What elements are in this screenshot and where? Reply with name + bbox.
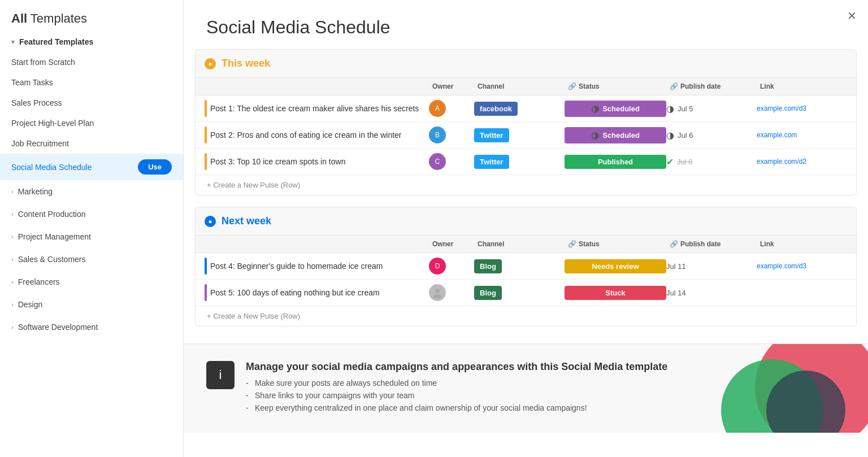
- date-post4: Jul 11: [666, 262, 757, 271]
- sidebar-category-freelancers[interactable]: › Freelancers: [0, 271, 183, 293]
- status-pill-post1: ◑ Scheduled: [565, 101, 666, 117]
- sidebar-category-marketing[interactable]: › Marketing: [0, 180, 183, 203]
- design-chevron-icon: ›: [11, 301, 14, 308]
- this-week-label: This week: [222, 58, 270, 69]
- publish-link-icon-1: 🔗: [670, 82, 678, 90]
- avatar-empty-icon: [432, 287, 443, 298]
- add-row-this-week[interactable]: + Create a New Pulse (Row): [196, 175, 856, 195]
- half-circle-icon-2: ◑: [591, 130, 599, 141]
- stripe-post1: [205, 100, 207, 117]
- link-post1[interactable]: example.com/d3: [757, 105, 847, 112]
- sidebar-item-project-high[interactable]: Project High-Level Plan: [0, 113, 183, 133]
- th-owner-2: Owner: [429, 236, 474, 253]
- sidebar-item-team-tasks[interactable]: Team Tasks: [0, 72, 183, 93]
- close-button[interactable]: ✕: [847, 10, 857, 21]
- date-post2: ◑ Jul 6: [666, 130, 757, 141]
- status-post4: Needs review: [565, 259, 666, 273]
- th-channel-2: Channel: [474, 236, 565, 253]
- th-name-1: [205, 78, 429, 95]
- info-bullets: Make sure your posts are always schedule…: [246, 378, 667, 412]
- svg-point-0: [435, 289, 440, 293]
- info-bullet-3: Keep everything centralized in one place…: [246, 403, 667, 412]
- stripe-post4: [205, 258, 207, 275]
- sales-customers-chevron-icon: ›: [11, 256, 14, 263]
- featured-templates-header[interactable]: ▾ Featured Templates: [0, 32, 183, 52]
- this-week-icon: ●: [205, 58, 216, 69]
- avatar-post1: A: [429, 100, 446, 117]
- th-channel-1: Channel: [474, 78, 565, 95]
- row-name-post5: Post 5: 100 days of eating nothing but i…: [205, 280, 429, 306]
- row-name-post2: Post 2: Pros and cons of eating ice crea…: [205, 122, 429, 148]
- next-week-icon: ●: [205, 216, 216, 227]
- sidebar-title-rest: Templates: [27, 11, 87, 25]
- group-next-week-header[interactable]: ● Next week: [196, 207, 856, 235]
- schedule-container: ● This week Owner Channel 🔗 Status 🔗 Pub…: [184, 49, 868, 338]
- status-post1: ◑ Scheduled: [565, 101, 666, 117]
- th-link-2: Link: [757, 236, 847, 253]
- marketing-chevron-icon: ›: [11, 188, 14, 195]
- date-post1: ◑ Jul 5: [666, 103, 757, 114]
- date-post3: ✔ Jul 8: [666, 156, 757, 167]
- info-text: Manage your social media campaigns and a…: [246, 361, 667, 416]
- group-this-week: ● This week Owner Channel 🔗 Status 🔗 Pub…: [195, 49, 857, 195]
- next-week-table-header: Owner Channel 🔗 Status 🔗 Publish date Li…: [196, 235, 856, 253]
- sidebar-item-sales-process[interactable]: Sales Process: [0, 93, 183, 113]
- svg-point-1: [433, 294, 441, 298]
- half-icon-post1: ◑: [666, 103, 674, 114]
- info-title: Manage your social media campaigns and a…: [246, 361, 667, 373]
- sidebar-category-sales-customers[interactable]: › Sales & Customers: [0, 248, 183, 271]
- project-mgmt-chevron-icon: ›: [11, 233, 14, 240]
- channel-pill-post3: Twitter: [474, 155, 509, 169]
- link-post2[interactable]: example.com: [757, 131, 847, 139]
- channel-post4: Blog: [474, 261, 565, 271]
- info-bullet-1: Make sure your posts are always schedule…: [246, 378, 667, 388]
- status-pill-post3: Published: [565, 155, 666, 169]
- sidebar-category-design[interactable]: › Design: [0, 293, 183, 316]
- th-status-2: 🔗 Status: [565, 236, 666, 253]
- row-name-post4: Post 4: Beginner's guide to homemade ice…: [205, 253, 429, 279]
- avatar-post4: D: [429, 258, 446, 275]
- sidebar-category-project-mgmt[interactable]: › Project Management: [0, 225, 183, 248]
- channel-pill-post1: facebook: [474, 102, 518, 116]
- next-week-label: Next week: [222, 215, 271, 227]
- main-content: ✕ Social Media Schedule ● This week Owne…: [184, 0, 868, 457]
- link-post4[interactable]: example.com/d3: [757, 262, 847, 270]
- sidebar-title: All Templates: [0, 0, 183, 32]
- channel-pill-post4: Blog: [474, 259, 502, 273]
- stripe-post5: [205, 284, 207, 301]
- th-status-1: 🔗 Status: [565, 78, 666, 95]
- table-row: Post 1: The oldest ice cream maker alive…: [196, 95, 856, 122]
- add-row-next-week[interactable]: + Create a New Pulse (Row): [196, 306, 856, 326]
- th-name-2: [205, 236, 429, 253]
- date-value-post3: Jul 8: [677, 158, 692, 166]
- channel-pill-post5: Blog: [474, 286, 502, 300]
- link-post3[interactable]: example.com/d2: [757, 158, 847, 166]
- table-row: Post 2: Pros and cons of eating ice crea…: [196, 122, 856, 149]
- row-name-post1: Post 1: The oldest ice cream maker alive…: [205, 95, 429, 121]
- use-button[interactable]: Use: [138, 159, 172, 175]
- th-publish-1: 🔗 Publish date: [666, 78, 757, 95]
- info-content: i Manage your social media campaigns and…: [206, 361, 845, 416]
- status-pill-post2: ◑ Scheduled: [565, 127, 666, 143]
- channel-post1: facebook: [474, 103, 565, 114]
- channel-post5: Blog: [474, 288, 565, 298]
- page-title: Social Media Schedule: [184, 0, 868, 49]
- sidebar-item-job-recruitment[interactable]: Job Recruitment: [0, 133, 183, 154]
- status-pill-post5: Stuck: [565, 286, 666, 300]
- channel-post3: Twitter: [474, 156, 565, 167]
- sidebar-category-content[interactable]: › Content Production: [0, 203, 183, 225]
- content-chevron-icon: ›: [11, 211, 14, 217]
- status-post2: ◑ Scheduled: [565, 127, 666, 143]
- sidebar-category-software[interactable]: › Software Development: [0, 316, 183, 338]
- sidebar-item-social-media[interactable]: Social Media Schedule Use: [0, 154, 183, 180]
- sidebar-title-bold: All: [11, 11, 27, 25]
- info-icon-box: i: [206, 361, 235, 389]
- table-row: Post 4: Beginner's guide to homemade ice…: [196, 253, 856, 280]
- th-link-1: Link: [757, 78, 847, 95]
- group-next-week: ● Next week Owner Channel 🔗 Status 🔗 Pub…: [195, 207, 857, 327]
- sidebar-item-scratch[interactable]: Start from Scratch: [0, 52, 183, 72]
- check-icon-post3: ✔: [666, 156, 674, 167]
- group-this-week-header[interactable]: ● This week: [196, 50, 856, 77]
- channel-post2: Twitter: [474, 130, 565, 140]
- avatar-post3: C: [429, 153, 446, 170]
